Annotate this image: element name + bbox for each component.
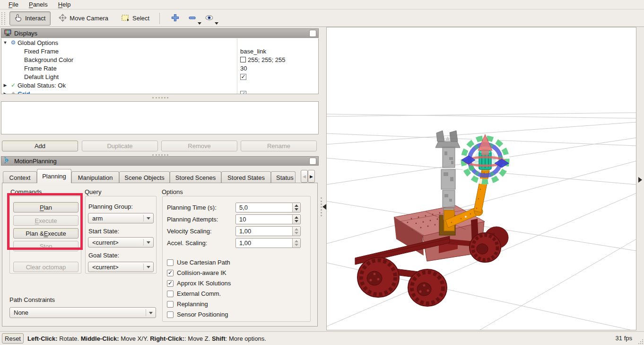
displays-tree[interactable]: ▼ ⚙ Global Options Fixed Frame base_link…: [1, 38, 319, 94]
tree-row-fixed-frame[interactable]: Fixed Frame base_link: [1, 47, 318, 55]
goal-state-select[interactable]: <current>: [88, 262, 154, 272]
viewport-splitter[interactable]: [319, 27, 326, 331]
move-camera-icon: [59, 14, 67, 23]
zoom-out-button[interactable]: [185, 12, 199, 25]
move-camera-tool-button[interactable]: Move Camera: [53, 11, 113, 26]
toolbar: Interact Move Camera Select: [0, 10, 644, 27]
tab-status[interactable]: Status: [271, 171, 296, 183]
tree-row-global-status[interactable]: ▶ ✓ Global Status: Ok: [1, 81, 318, 89]
planning-time-spinbox[interactable]: 5,0: [235, 203, 301, 212]
use-cartesian-path-checkbox[interactable]: Use Cartesian Path: [167, 259, 230, 266]
planning-attempts-spinbox[interactable]: 10: [235, 214, 301, 224]
chevron-down-icon: [147, 241, 150, 244]
menu-panels[interactable]: Panels: [24, 0, 52, 9]
focus-dropdown-caret[interactable]: [215, 22, 218, 25]
move-camera-label: Move Camera: [70, 15, 108, 22]
toolbar-drag-handle[interactable]: [1, 12, 5, 25]
interact-tool-button[interactable]: Interact: [9, 11, 51, 26]
grid-checkbox[interactable]: ✓: [240, 91, 246, 95]
path-constraints-select[interactable]: None: [9, 307, 156, 318]
background-color-value[interactable]: 255; 255; 255: [240, 56, 286, 63]
rover-robot: [355, 205, 508, 306]
motionplanning-icon: [4, 157, 11, 165]
right-edge-strip: [636, 27, 644, 331]
fixed-frame-value[interactable]: base_link: [240, 48, 266, 55]
marker-green-ball: [469, 165, 474, 171]
tree-row-default-light[interactable]: Default Light ✓: [1, 72, 318, 81]
start-state-select[interactable]: <current>: [88, 237, 154, 248]
stop-button[interactable]: Stop: [13, 241, 78, 251]
displays-float-button[interactable]: [309, 30, 316, 37]
displays-panel-title: Displays: [14, 30, 37, 37]
planning-group-select[interactable]: arm: [88, 213, 154, 223]
reset-button[interactable]: Reset: [2, 333, 24, 344]
expander-right-icon[interactable]: ▶: [1, 91, 9, 94]
tab-planning[interactable]: Planning: [37, 169, 71, 183]
zoom-in-icon: [171, 14, 179, 23]
external-comm-checkbox[interactable]: External Comm.: [167, 290, 221, 297]
color-swatch: [240, 57, 246, 62]
viewport-3d[interactable]: [326, 27, 636, 330]
tab-stored-scenes[interactable]: Stored Scenes: [170, 171, 221, 183]
expander-right-icon[interactable]: ▶: [1, 83, 9, 88]
remove-display-button[interactable]: Remove: [161, 141, 237, 151]
commands-section-label: Commands: [10, 188, 42, 195]
menu-file[interactable]: File: [4, 0, 23, 9]
menu-help[interactable]: Help: [53, 0, 76, 9]
tree-row-grid[interactable]: ▶ ◈ Grid ✓: [1, 89, 318, 94]
rename-display-button[interactable]: Rename: [241, 141, 317, 151]
tree-row-background-color[interactable]: Background Color 255; 255; 255: [1, 55, 318, 64]
tab-scroll-left-icon[interactable]: ◀: [301, 170, 308, 183]
tree-row-frame-rate[interactable]: Frame Rate 30: [1, 64, 318, 72]
execute-button[interactable]: Execute: [13, 215, 78, 226]
replanning-checkbox[interactable]: Replanning: [167, 301, 208, 308]
collision-aware-ik-checkbox[interactable]: Collision-aware IK: [167, 269, 226, 276]
zoom-out-dropdown-caret[interactable]: [198, 22, 201, 25]
tree-row-global-options[interactable]: ▼ ⚙ Global Options: [1, 38, 318, 47]
approx-ik-solutions-checkbox[interactable]: Approx IK Solutions: [167, 280, 231, 287]
path-constraints-label: Path Constraints: [9, 296, 55, 303]
frame-rate-value[interactable]: 30: [240, 65, 247, 72]
displays-splitter-handle[interactable]: [152, 97, 168, 98]
sensor-positioning-checkbox[interactable]: Sensor Positioning: [167, 311, 228, 318]
chevron-down-icon: [147, 266, 150, 268]
select-label: Select: [132, 15, 149, 22]
motionplanning-float-button[interactable]: [309, 158, 316, 165]
mast-head: [435, 142, 460, 148]
zoom-out-icon: [188, 14, 196, 23]
status-ok-check-icon: ✓: [9, 82, 17, 88]
plan-and-execute-button[interactable]: Plan & Execute: [13, 228, 78, 239]
chevron-down-icon: [147, 217, 150, 220]
zoom-in-button[interactable]: [168, 12, 182, 25]
fps-counter: 31 fps: [616, 335, 632, 342]
duplicate-display-button[interactable]: Duplicate: [82, 141, 158, 151]
interact-label: Interact: [25, 15, 45, 22]
panel-splitter-handle[interactable]: [152, 154, 168, 156]
expander-down-icon[interactable]: ▼: [1, 40, 9, 45]
motionplanning-panel-header[interactable]: MotionPlanning: [1, 156, 319, 166]
collapse-left-icon[interactable]: [322, 204, 326, 210]
tab-manipulation[interactable]: Manipulation: [71, 171, 119, 183]
accel-scaling-spinbox[interactable]: 1,00: [235, 238, 301, 248]
render-scene: [327, 27, 636, 330]
collapse-right-icon[interactable]: [638, 177, 642, 183]
resize-grip[interactable]: [638, 339, 643, 344]
plan-button[interactable]: Plan: [13, 202, 78, 212]
displays-panel-header[interactable]: Displays: [1, 28, 319, 38]
hand-interact-icon: [15, 14, 22, 23]
velocity-scaling-spinbox[interactable]: 1,00: [235, 226, 301, 236]
clear-octomap-button[interactable]: Clear octomap: [13, 262, 78, 272]
default-light-checkbox[interactable]: ✓: [240, 74, 246, 80]
add-display-button[interactable]: Add: [2, 141, 78, 151]
focus-camera-button[interactable]: [202, 12, 216, 25]
tab-scroll-right-icon[interactable]: ▶: [308, 170, 315, 183]
property-description-box: [1, 101, 319, 134]
eye-focus-icon: [205, 14, 214, 23]
velocity-scaling-label: Velocity Scaling:: [167, 228, 212, 235]
tab-stored-states[interactable]: Stored States: [221, 171, 271, 183]
gear-icon: ⚙: [9, 39, 17, 46]
interactive-marker[interactable]: [461, 134, 509, 182]
select-tool-button[interactable]: Select: [116, 11, 155, 26]
tab-context[interactable]: Context: [3, 171, 37, 183]
tab-scene-objects[interactable]: Scene Objects: [119, 171, 170, 183]
